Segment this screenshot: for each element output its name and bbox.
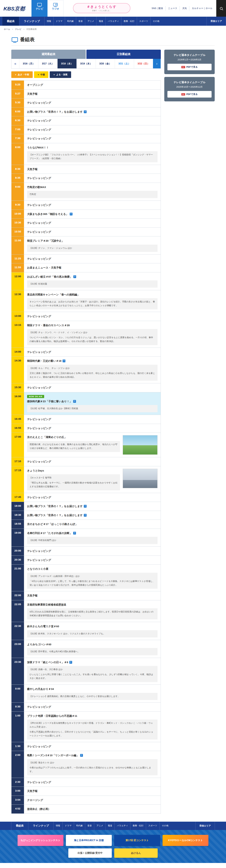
banner-umi-to-nippon[interactable]: 海と日本PROJECT in 京都 [66, 835, 112, 846]
media-tab-radio[interactable]: ラジオ [48, 0, 63, 17]
utility-menu-item-1[interactable]: ニュース [166, 6, 180, 10]
nav-genre-news[interactable]: 報道 [105, 822, 114, 830]
utility-menu-item-2[interactable]: 天気 [179, 6, 189, 10]
program-cell[interactable]: 竹島宏の歌MAX竹島宏 [24, 183, 161, 200]
program-cell[interactable]: テレビショッピング [24, 312, 161, 321]
program-cell[interactable]: 韓国時代劇・王妃の誓い＃18字【出演】キム・テヒ、チュ・ジフン ほか王宮に渦巻く… [24, 356, 161, 383]
nav-genre-info[interactable]: 情報 [53, 822, 62, 830]
pdf-view-button[interactable]: PDFPDFで見る [167, 64, 211, 70]
program-cell[interactable]: クロージング [24, 796, 161, 805]
date-tab-2[interactable]: 3/18（水） [57, 59, 77, 68]
program-cell[interactable]: 天気予報 [24, 591, 161, 600]
program-cell[interactable]: テレビショッピング [24, 219, 161, 227]
program-cell[interactable]: テレビショッピング [24, 415, 161, 424]
program-cell[interactable]: テレビショッピング [24, 201, 161, 210]
program-cell[interactable]: お買い物プラス「世界の！？」をお届けします字 [24, 107, 161, 116]
program-cell[interactable]: テレビショッピング [24, 493, 161, 502]
program-cell[interactable]: テレビショッピング [24, 778, 161, 787]
program-cell[interactable]: テレビショッピング [24, 254, 161, 264]
nav-genre-jidaigeki[interactable]: 時代劇 [65, 17, 76, 26]
utility-menu-item-3[interactable]: カルチャー｜ホール [189, 6, 215, 10]
program-cell[interactable]: おばんざい献立＃87「春の恵み御膳」字【出演】杉浦太陽 [24, 272, 161, 290]
program-cell[interactable]: 景品表示関連キャンペーン「春への挑戦編」キャンペーン告知のあとは、お店からのお知… [24, 290, 161, 312]
nav-genre-jidaigeki[interactable]: 時代劇 [74, 822, 85, 830]
program-cell[interactable]: テレビショッピング [24, 174, 161, 183]
program-cell[interactable]: 癒やしの月あかり＃34【ナレーション】森田美由紀。夜の京都の風景とともに、心やす… [24, 685, 161, 702]
program-cell[interactable]: テレビショッピング [24, 227, 161, 237]
date-tab-5[interactable]: 3/21（土） [115, 59, 134, 68]
program-cell[interactable]: テレビショッピング [24, 547, 161, 556]
nav-genre-drama[interactable]: ドラマ [53, 17, 65, 26]
nav-genre-news[interactable]: 報道 [96, 17, 105, 26]
program-cell[interactable]: 天気予報 [24, 787, 161, 796]
program-cell[interactable]: うたなびMAX！！【オープニング曲】「フルスロットルラバー」（小林幸子）【スペシ… [24, 143, 161, 165]
date-tab-6[interactable]: 3/22（日） [134, 59, 153, 68]
program-cell[interactable]: 天気予報 [24, 90, 161, 98]
banner-shucchou-koukai-shuuroku[interactable]: 出張！公開収録 受付中 [68, 848, 112, 858]
nav-genre-culture-travel[interactable]: 教養・紀行 [121, 17, 137, 26]
program-cell[interactable]: 大阪まち歩き365「物語をそえる」字 [24, 210, 161, 219]
nav-item-reception-area[interactable]: 受信エリア [195, 822, 215, 830]
nav-genre-variety[interactable]: バラエティ [114, 822, 130, 830]
program-cell[interactable]: NOW ON AIR痛快時代劇＃23「子猫に誓いあり！」字【出演】松平健、北大路… [24, 392, 161, 415]
banner-kids-english-contest[interactable]: ちびっこイングリッシュコンテスト [18, 835, 63, 846]
nav-genre-variety[interactable]: バラエティ [105, 17, 121, 26]
search-button[interactable] [216, 0, 226, 17]
nav-genre-sports[interactable]: スポーツ [146, 822, 160, 830]
breadcrumb-item-1[interactable]: テレビ [15, 28, 22, 31]
program-cell[interactable]: お買い物プラス「世界の！？」をお届けします字 [24, 511, 161, 520]
program-cell[interactable]: 天気予報 [24, 165, 161, 174]
kyotokurasu-banner[interactable]: ＃きょうとくらす 京都で、くらしを楽しむ。 [73, 3, 131, 13]
program-cell[interactable]: テレビショッピング [24, 116, 161, 125]
banner-takumi-contest[interactable]: 第17回 匠コンテスト [114, 835, 160, 846]
banner-local-cm-contest[interactable]: KYOTOローカルCMコンテスト [163, 835, 208, 846]
nav-item-lineup[interactable]: ラインナップ [19, 17, 44, 26]
nav-item-reception-area[interactable]: 受信エリア [206, 17, 226, 26]
utility-menu-item-0[interactable]: SNS｜配信 [149, 6, 165, 10]
program-cell[interactable]: 深夜ドラマ「紙とペンの日々」＃8字【出演】高橋一生、川口春奈 ほかひょんなことか… [24, 658, 161, 684]
nav-genre-drama[interactable]: ドラマ [62, 822, 74, 830]
program-cell[interactable]: きょうとDays【キャスター】海平和「明日も木もれ陽」をテーマに、一週間の京都府… [24, 466, 161, 493]
nav-genre-anime[interactable]: アニメ [94, 822, 105, 830]
program-cell[interactable]: 京のええとこ「湖東めぐりの丘」琵琶湖の東、のどかな丘をめぐる旅。風車のまわる公園… [24, 433, 161, 457]
program-cell[interactable]: テレビショッピング [24, 125, 161, 134]
pdf-view-button[interactable]: PDFPDFで見る [167, 91, 211, 98]
banner-akerun[interactable]: あけるん [114, 848, 158, 858]
program-cell[interactable]: よりみちゴハン＃60【出演】田中要次。今夜は先斗町の隠れ家酒場へ。 [24, 640, 161, 658]
program-cell[interactable]: 韓国ドラマ・運命のサスペンス＃28【出演】チョ・スンウ、ペ・ドゥナ、イ・ソンギュ… [24, 321, 161, 347]
jump-night-button[interactable]: ▼よる・深夜 [50, 71, 71, 78]
program-cell[interactable]: 晩酌！シーズン2＃10「リンガーボール編」字【出演】落合モトキ ほか今夜のお供は… [24, 751, 161, 778]
nav-item-timetable[interactable]: 番組表 [11, 822, 28, 830]
program-cell[interactable]: テレビショッピング [24, 703, 161, 711]
program-cell[interactable]: テレビショッピング [24, 383, 161, 392]
kbs-kyoto-logo[interactable]: KBS京都 [0, 0, 29, 17]
date-tab-0[interactable]: 3/16（月） [19, 59, 38, 68]
program-cell[interactable]: テレビショッピング [24, 742, 161, 751]
tab-weekly[interactable]: 週間番組表 [11, 50, 86, 59]
program-cell[interactable]: オープニング [24, 81, 161, 89]
program-cell[interactable]: ブラック奇譚・日常認識からの不思議＃11【声の出演】シリーズを彩る個性豊かなキャ… [24, 712, 161, 742]
program-cell[interactable]: 京のまちかど＃17「ほっこり小路さんぽ」 [24, 520, 161, 529]
program-cell[interactable]: 京都府知事選挙立候補者経歴放送4月に行われる京都府知事選挙を前に、立候補者の経歴… [24, 600, 161, 622]
program-cell[interactable]: となりのコミ小屋【出演】アンガールズ（山根良顕・田中卓志）ほか「4月から始まる新… [24, 564, 161, 591]
media-tab-tv[interactable]: テレビ [31, 0, 48, 17]
program-cell[interactable]: 鈴木さんちの電リク堂＃60【出演】鈴木拓、スタジオバンド ほか。リクエスト曲のス… [24, 622, 161, 640]
nav-genre-other[interactable]: その他 [160, 822, 171, 830]
nav-genre-music[interactable]: 音楽 [85, 822, 94, 830]
program-cell[interactable]: 放送休止（静止画） [24, 805, 161, 813]
date-prev-arrow[interactable]: « [11, 59, 19, 68]
nav-item-lineup[interactable]: ラインナップ [28, 822, 53, 830]
program-cell[interactable]: テレビショッピング [24, 457, 161, 466]
nav-genre-info[interactable]: 情報 [44, 17, 53, 26]
date-tab-1[interactable]: 3/17（火） [38, 59, 57, 68]
tab-daily[interactable]: 日別番組表 [86, 50, 161, 59]
program-cell[interactable]: テレビショッピング [24, 134, 161, 143]
nav-genre-other[interactable]: その他 [150, 17, 162, 26]
program-cell[interactable]: 名奉行列伝＃17「たそがれ坂の決断」字【出演】中村吉右衛門 ほか [24, 529, 161, 547]
program-cell[interactable]: テレビショッピング [24, 424, 161, 433]
program-cell[interactable]: テレビショッピング [24, 556, 161, 564]
program-cell[interactable]: テレビショッピング [24, 348, 161, 356]
breadcrumb-item-0[interactable]: ホーム [4, 28, 10, 31]
nav-genre-anime[interactable]: アニメ [85, 17, 96, 26]
program-cell[interactable]: お買い物プラス「世界の！？」をお届けします字 [24, 502, 161, 511]
